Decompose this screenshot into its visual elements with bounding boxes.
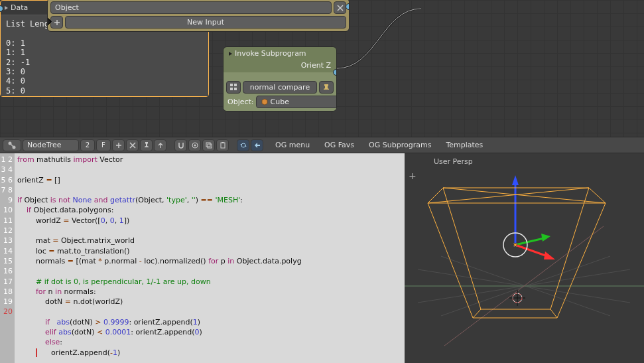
fake-user-button[interactable]: F xyxy=(96,139,111,151)
invoke-node-title: Invoke Subprogram xyxy=(235,49,306,58)
svg-line-29 xyxy=(443,188,481,309)
menu-og[interactable]: OG menu xyxy=(275,141,310,149)
subprogram-select-button[interactable]: normal compare xyxy=(243,81,317,94)
svg-rect-0 xyxy=(230,84,233,86)
svg-marker-24 xyxy=(544,252,555,259)
svg-marker-22 xyxy=(541,234,550,242)
header-menus: OG menu OG Favs OG Subprograms Templates xyxy=(275,141,483,149)
svg-line-33 xyxy=(443,188,606,203)
snap-type-button[interactable] xyxy=(188,139,201,151)
svg-marker-28 xyxy=(473,309,557,318)
node-editor-header: 2 F OG menu OG Favs OG Subprograms Templ… xyxy=(0,137,644,153)
unlink-nodetree-button[interactable] xyxy=(126,139,139,151)
snap-button[interactable] xyxy=(174,139,187,151)
object-value-field[interactable] xyxy=(271,98,337,106)
cube-icon xyxy=(261,98,269,106)
svg-rect-8 xyxy=(206,143,210,147)
add-icon xyxy=(50,16,63,29)
svg-rect-1 xyxy=(234,84,237,86)
subprogram-grid-icon[interactable] xyxy=(226,81,241,94)
line-gutter: 1 2 3 4 5 6 7 8 9 10 11 12 13 14 15 16 1… xyxy=(0,153,15,363)
svg-line-34 xyxy=(428,188,589,203)
svg-rect-2 xyxy=(230,88,233,90)
subprogram-pin-button[interactable] xyxy=(319,81,334,94)
node-editor-area[interactable]: New Input Invoke Subprogram Orient Z nor… xyxy=(0,0,644,136)
svg-point-7 xyxy=(194,144,196,146)
svg-rect-10 xyxy=(221,143,225,148)
3d-viewport[interactable]: User Persp + xyxy=(405,153,644,363)
menu-templates[interactable]: Templates xyxy=(446,141,483,149)
orientz-socket-out[interactable] xyxy=(333,69,337,76)
viewport-scene xyxy=(405,153,644,363)
editor-type-button[interactable] xyxy=(3,139,21,151)
paste-nodes-button[interactable] xyxy=(216,139,229,151)
svg-rect-3 xyxy=(234,88,237,90)
output-socket-label: Orient Z xyxy=(224,60,336,72)
copy-nodes-button[interactable] xyxy=(202,139,215,151)
pin-button[interactable] xyxy=(140,139,153,151)
execute-button[interactable] xyxy=(251,139,263,151)
object-origin xyxy=(514,244,517,247)
go-parent-button[interactable] xyxy=(154,139,166,151)
subprogram-name: normal compare xyxy=(250,83,310,92)
svg-line-32 xyxy=(428,203,473,318)
new-input-label: New Input xyxy=(187,18,224,27)
svg-line-23 xyxy=(515,245,547,256)
object-param-label: Object: xyxy=(226,98,254,106)
mesh-wireframe xyxy=(428,188,606,318)
menu-og-subprograms[interactable]: OG Subprograms xyxy=(369,141,431,149)
nodetree-users[interactable]: 2 xyxy=(80,139,95,151)
svg-rect-9 xyxy=(208,144,212,148)
svg-rect-11 xyxy=(222,142,224,143)
svg-marker-20 xyxy=(512,175,519,185)
remove-input-button[interactable] xyxy=(334,1,346,14)
svg-line-21 xyxy=(515,238,544,245)
collapse-icon[interactable] xyxy=(5,6,8,10)
menu-og-favs[interactable]: OG Favs xyxy=(324,141,354,149)
node-invoke-subprogram[interactable]: Invoke Subprogram Orient Z normal compar… xyxy=(223,46,337,111)
node-subprogram-inputs[interactable]: New Input xyxy=(47,0,350,32)
add-nodetree-button[interactable] xyxy=(112,139,125,151)
new-input-button[interactable]: New Input xyxy=(65,16,346,29)
svg-line-30 xyxy=(550,188,589,309)
object-input-field[interactable] xyxy=(55,3,327,12)
object-socket-out[interactable] xyxy=(346,3,350,10)
3d-cursor xyxy=(509,290,525,306)
auto-update-button[interactable] xyxy=(237,139,249,151)
text-editor[interactable]: 1 2 3 4 5 6 7 8 9 10 11 12 13 14 15 16 1… xyxy=(0,153,405,363)
data-node-title: Data xyxy=(11,3,28,12)
code-content[interactable]: from mathutils import Vector orientZ = [… xyxy=(15,153,405,363)
collapse-icon[interactable] xyxy=(229,52,232,56)
